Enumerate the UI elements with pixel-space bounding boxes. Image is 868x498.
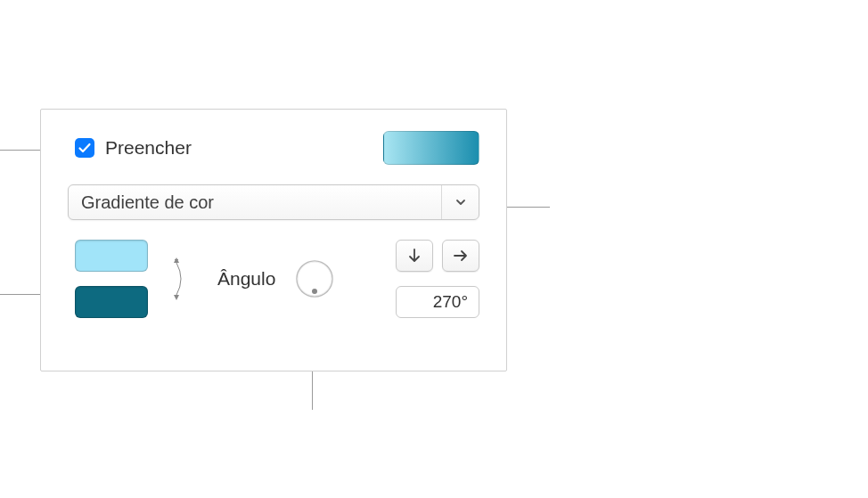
svg-point-2 bbox=[312, 289, 317, 294]
direction-down-button[interactable] bbox=[396, 240, 433, 272]
fill-header-row: Preencher bbox=[68, 131, 479, 165]
angle-right-controls: 270° bbox=[396, 240, 479, 318]
fill-checkbox-label: Preencher bbox=[105, 137, 192, 159]
callout-line bbox=[0, 150, 40, 151]
angle-label: Ângulo bbox=[217, 268, 275, 290]
angle-input-value: 270° bbox=[433, 292, 468, 312]
check-icon bbox=[78, 141, 92, 155]
gradient-color-2-well[interactable] bbox=[75, 286, 148, 318]
arrow-down-icon bbox=[407, 248, 422, 264]
fill-panel: Preencher Gradiente de cor Ângul bbox=[40, 109, 507, 371]
gradient-colors-column bbox=[75, 240, 148, 318]
dropdown-arrow bbox=[441, 185, 479, 219]
chevron-down-icon bbox=[454, 196, 467, 208]
angle-input[interactable]: 270° bbox=[396, 286, 479, 318]
fill-preview-swatch[interactable] bbox=[383, 131, 479, 165]
swap-vertical-icon bbox=[169, 254, 189, 304]
swap-colors-button[interactable] bbox=[166, 240, 192, 318]
direction-right-button[interactable] bbox=[442, 240, 479, 272]
angle-dial-icon bbox=[295, 259, 334, 298]
angle-dial[interactable] bbox=[295, 259, 334, 298]
fill-checkbox-group: Preencher bbox=[75, 137, 192, 159]
direction-buttons-group bbox=[396, 240, 479, 272]
fill-type-dropdown-text: Gradiente de cor bbox=[69, 185, 441, 219]
fill-type-dropdown[interactable]: Gradiente de cor bbox=[68, 184, 479, 220]
fill-checkbox[interactable] bbox=[75, 138, 94, 158]
gradient-color-1-well[interactable] bbox=[75, 240, 148, 272]
gradient-controls-row: Ângulo bbox=[68, 240, 479, 318]
arrow-right-icon bbox=[453, 249, 469, 263]
